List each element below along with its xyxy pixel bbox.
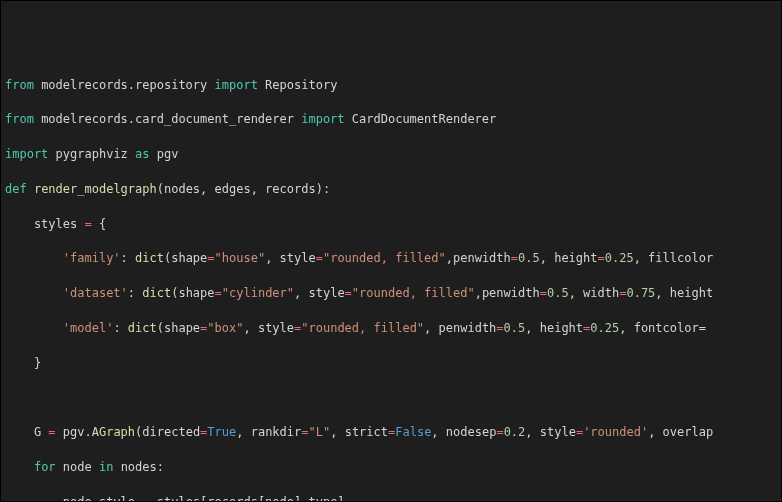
op-assign: =	[345, 286, 352, 300]
kwarg: (shape	[171, 286, 214, 300]
number: 0.25	[605, 251, 634, 265]
class-call: AGraph	[92, 425, 135, 439]
op-assign: =	[215, 286, 222, 300]
string: "rounded, filled"	[323, 251, 446, 265]
string: "L"	[309, 425, 331, 439]
kwarg: (shape	[157, 321, 200, 335]
code-line: G = pgv.AGraph(directed=True, rankdir="L…	[5, 424, 777, 441]
op-assign: =	[48, 425, 55, 439]
bool: True	[207, 425, 236, 439]
op-assign: =	[540, 286, 547, 300]
kwarg: , rankdir	[236, 425, 301, 439]
string: 'rounded'	[583, 425, 648, 439]
op-assign: =	[142, 495, 149, 502]
kwarg: , fillcolor	[634, 251, 713, 265]
keyword-import: import	[215, 78, 258, 92]
module-path: modelrecords.card_document_renderer	[34, 112, 301, 126]
indent	[5, 286, 63, 300]
string: "cylinder"	[222, 286, 294, 300]
string: "rounded, filled"	[301, 321, 424, 335]
kwarg: , height	[655, 286, 713, 300]
op-assign: =	[598, 251, 605, 265]
brace: {	[92, 217, 106, 231]
module-ref: pgv.	[56, 425, 92, 439]
kwarg: ,penwidth	[475, 286, 540, 300]
kwarg: , width	[569, 286, 620, 300]
identifier: node_style	[5, 495, 142, 502]
string: "rounded, filled"	[352, 286, 475, 300]
builtin-dict: dict	[135, 251, 164, 265]
kwarg: , style	[265, 251, 316, 265]
keyword-import: import	[5, 147, 48, 161]
kwarg: ,penwidth	[446, 251, 511, 265]
kwarg: , height	[540, 251, 598, 265]
code-line: import pygraphviz as pgv	[5, 146, 777, 163]
code-line: node_style = styles[records[node].type]	[5, 494, 777, 502]
dict-key: 'model'	[63, 321, 114, 335]
class-name: Repository	[258, 78, 337, 92]
code-line: 'model': dict(shape="box", style="rounde…	[5, 320, 777, 337]
colon: :	[113, 321, 127, 335]
module-path: modelrecords.repository	[34, 78, 215, 92]
op-assign: =	[496, 321, 503, 335]
keyword-as: as	[135, 147, 149, 161]
colon: :	[121, 251, 135, 265]
string: "house"	[215, 251, 266, 265]
indent	[5, 251, 63, 265]
number: 0.25	[590, 321, 619, 335]
identifier: styles	[5, 217, 84, 231]
builtin-dict: dict	[142, 286, 171, 300]
brace: }	[5, 356, 41, 370]
indent	[5, 460, 34, 474]
kwarg: , penwidth	[424, 321, 496, 335]
kwarg: , style	[294, 286, 345, 300]
number: 0.5	[518, 251, 540, 265]
kwarg: (shape	[164, 251, 207, 265]
kwarg: , height	[525, 321, 583, 335]
alias: pgv	[150, 147, 179, 161]
keyword-from: from	[5, 78, 34, 92]
kwarg: , overlap	[648, 425, 713, 439]
keyword-for: for	[34, 460, 56, 474]
bool: False	[395, 425, 431, 439]
identifier: G	[5, 425, 48, 439]
number: 0.75	[626, 286, 655, 300]
string: "box"	[207, 321, 243, 335]
code-line: def render_modelgraph(nodes, edges, reco…	[5, 181, 777, 198]
code-line: styles = {	[5, 216, 777, 233]
op-assign: =	[316, 251, 323, 265]
kwarg: , fontcolor=	[619, 321, 706, 335]
params: (nodes, edges, records):	[157, 182, 330, 196]
class-name: CardDocumentRenderer	[345, 112, 497, 126]
kwarg: , nodesep	[431, 425, 496, 439]
code-line: 'dataset': dict(shape="cylinder", style=…	[5, 285, 777, 302]
code-line: from modelrecords.repository import Repo…	[5, 77, 777, 94]
dict-key: 'dataset'	[63, 286, 128, 300]
indent	[5, 321, 63, 335]
op-assign: =	[301, 425, 308, 439]
op-assign: =	[496, 425, 503, 439]
dict-key: 'family'	[63, 251, 121, 265]
keyword-def: def	[5, 182, 34, 196]
op-assign: =	[511, 251, 518, 265]
colon: :	[128, 286, 142, 300]
iterable: nodes:	[113, 460, 164, 474]
blank-line	[5, 390, 777, 407]
number: 0.5	[547, 286, 569, 300]
keyword-in: in	[99, 460, 113, 474]
expression: styles[records[node].type]	[150, 495, 345, 502]
kwarg: , style	[243, 321, 294, 335]
code-line: from modelrecords.card_document_renderer…	[5, 111, 777, 128]
keyword-from: from	[5, 112, 34, 126]
module-path: pygraphviz	[48, 147, 135, 161]
kwarg: , style	[525, 425, 576, 439]
number: 0.2	[504, 425, 526, 439]
keyword-import: import	[301, 112, 344, 126]
function-name: render_modelgraph	[34, 182, 157, 196]
kwarg: , strict	[330, 425, 388, 439]
code-line: for node in nodes:	[5, 459, 777, 476]
op-assign: =	[207, 251, 214, 265]
builtin-dict: dict	[128, 321, 157, 335]
number: 0.5	[504, 321, 526, 335]
op-assign: =	[84, 217, 91, 231]
